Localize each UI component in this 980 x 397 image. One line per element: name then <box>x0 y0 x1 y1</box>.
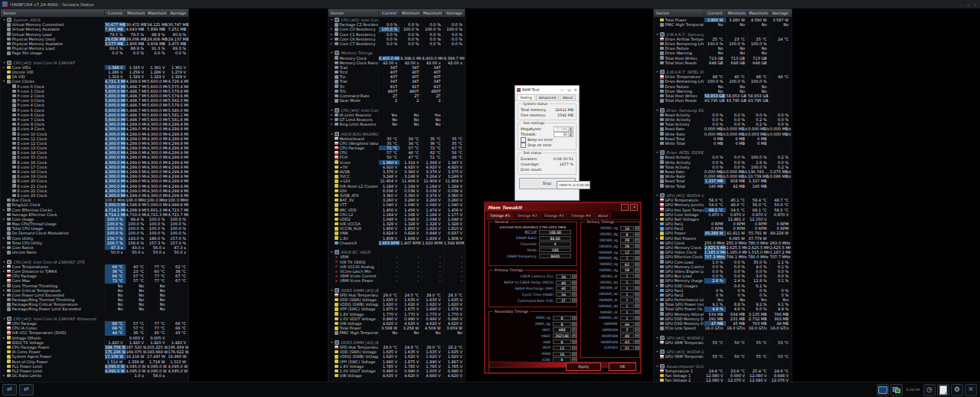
checkbox-beep-on-error[interactable]: ✓Beep on error <box>521 137 573 143</box>
close-icon[interactable]: ✕ <box>630 204 638 211</box>
timing-value[interactable]: 1 <box>620 286 634 290</box>
timing-value[interactable]: 12 <box>620 250 634 254</box>
ok-button[interactable]: OK <box>609 363 636 371</box>
dropdown-icon[interactable]: ▾ <box>635 232 639 237</box>
column-header-minimum[interactable]: Minimum <box>400 11 421 15</box>
column-header-maximum[interactable]: Maximum <box>747 11 769 15</box>
dropdown-icon[interactable]: ▾ <box>635 262 639 267</box>
remote-monitor-button[interactable] <box>877 384 889 396</box>
dropdown-icon[interactable]: ▾ <box>635 238 639 242</box>
tab-advanced[interactable]: Advanced <box>536 94 559 100</box>
column-header-sensor[interactable]: Sensor <box>328 11 378 15</box>
sensor-row[interactable]: Uncore Ratio50.0 x50.0 x50.0 x50.0 x <box>1 250 188 254</box>
dropdown-icon[interactable]: ▾ <box>635 316 639 320</box>
column-header-sensor[interactable]: Sensor <box>654 11 704 15</box>
sensor-row[interactable]: GPU VRM Temperature55 °C50 °C55 °C53 °C <box>654 340 792 345</box>
dropdown-icon[interactable]: ▾ <box>572 274 577 279</box>
close-icon[interactable]: ✕ <box>574 87 577 92</box>
dropdown-icon[interactable]: ▾ <box>635 303 639 308</box>
sensor-row[interactable]: ✕VRM Vcore Power---- <box>328 278 465 283</box>
timing-value[interactable]: 1 <box>620 297 634 302</box>
timing-value[interactable]: 262140 <box>553 333 571 338</box>
column-header-average[interactable]: Average <box>443 11 465 15</box>
timing-value[interactable]: 8 <box>553 322 571 326</box>
report-button[interactable]: + <box>937 384 949 396</box>
close-icon[interactable]: ✕ <box>974 2 977 7</box>
timing-value[interactable]: 8 <box>620 232 634 237</box>
timing-value[interactable]: 84.00 <box>539 236 571 241</box>
sensor-row[interactable]: ▸OC Ratio Limits1.0 x58.0 x <box>1 373 188 378</box>
network-share-button[interactable] <box>890 384 903 396</box>
column-header-minimum[interactable]: Minimum <box>726 11 748 15</box>
checkbox-stop-on-error[interactable]: ✓Stop on error <box>521 143 573 148</box>
memtweakit-titlebar[interactable]: Mem TweakIt – ✕ <box>485 203 640 212</box>
dropdown-icon[interactable]: ▾ <box>572 292 577 297</box>
timing-value[interactable]: 8400 <box>539 254 571 258</box>
minimize-icon[interactable]: — <box>560 87 564 92</box>
dropdown-icon[interactable]: ▾ <box>572 333 577 338</box>
timing-value[interactable]: 8 <box>553 316 571 320</box>
dropdown-icon[interactable]: ▾ <box>572 346 577 350</box>
sensor-row[interactable]: Write Total195 MB42 MB195 MB <box>654 184 792 189</box>
timing-value[interactable]: 1 <box>620 280 634 284</box>
sensor-row[interactable]: ▸Ring Limit ReasonsNoNoNo <box>328 122 465 126</box>
sensor-row[interactable]: Gear Mode222 <box>328 98 465 103</box>
dropdown-icon[interactable]: ▾ <box>635 286 639 290</box>
dropdown-icon[interactable]: ▾ <box>572 327 577 332</box>
apply-button[interactable]: Apply <box>566 363 601 371</box>
column-header-maximum[interactable]: Maximum <box>421 11 443 15</box>
dropdown-icon[interactable]: ▾ <box>635 250 639 254</box>
tab-testing[interactable]: Testing <box>517 94 535 100</box>
timing-value[interactable]: 1 <box>620 303 634 308</box>
minimize-icon[interactable]: – <box>961 2 963 7</box>
timing-value[interactable]: 40 <box>556 286 571 290</box>
timing-value[interactable]: 1 <box>620 274 634 278</box>
dropdown-icon[interactable]: ▾ <box>635 280 639 284</box>
dropdown-icon[interactable]: ▾ <box>572 340 577 344</box>
dropdown-icon[interactable]: ▾ <box>572 352 577 356</box>
column-header-sensor[interactable]: Sensor <box>1 11 104 15</box>
column-header-current[interactable]: Current <box>378 11 400 15</box>
tab-timings2[interactable]: Timings #2 <box>514 212 540 219</box>
timing-value[interactable]: 480 <box>553 327 571 332</box>
minimize-icon[interactable]: – <box>621 204 629 211</box>
tab-about[interactable]: About <box>595 212 612 219</box>
sensor-row[interactable]: Total Host Reads43,795 GB43,795 GB43,795… <box>654 98 792 103</box>
column-header-current[interactable]: Current <box>104 11 126 15</box>
dropdown-icon[interactable]: ▾ <box>635 322 639 326</box>
dropdown-icon[interactable]: ▾ <box>635 292 639 297</box>
sensor-row[interactable]: ▸Core C7 Residency0.0 %0.0 %0.0 %0.0 % <box>328 41 465 46</box>
timing-value[interactable]: 1 <box>620 316 634 320</box>
dropdown-icon[interactable]: ▾ <box>572 281 577 285</box>
timing-value[interactable]: 34 <box>556 292 571 297</box>
dropdown-icon[interactable]: ▾ <box>572 316 577 320</box>
megabytes-stepper[interactable]: 27206▲▼ <box>554 126 573 132</box>
scroll-columns-left-button[interactable]: ⇄ <box>2 384 17 395</box>
timing-value[interactable]: 4 <box>539 241 571 246</box>
timing-value[interactable]: 100.00 <box>539 230 571 235</box>
maximize-icon[interactable]: ▭ <box>567 87 571 92</box>
timing-value[interactable]: 28 <box>620 238 634 242</box>
sensor-row[interactable]: Package/Ring Power Limit ExceededNoNoNo <box>1 307 188 311</box>
sensor-row[interactable]: PCIe Link Speed16.0 GT/s16.0 GT/s16.0 GT… <box>654 326 792 330</box>
timing-value[interactable]: 44 <box>620 322 634 326</box>
sensor-row[interactable]: Total Host Reads648 GB648 GB648 GB <box>654 61 792 65</box>
timing-value[interactable]: 1 <box>620 292 634 297</box>
timing-value[interactable]: 40 <box>556 281 571 285</box>
sensor-row[interactable]: Page File Usage0.0 %0.0 %0.0 %0.0 % <box>1 51 188 55</box>
timing-value[interactable]: 16 <box>553 352 571 356</box>
dropdown-icon[interactable]: ▾ <box>635 346 639 350</box>
sensor-row[interactable]: VIN Voltage4.635 V4.620 V4.680 V4.620 V <box>328 373 465 378</box>
timing-value[interactable]: 2T <box>556 298 571 303</box>
tab-timings3[interactable]: Timings #3 <box>541 212 567 219</box>
timing-value[interactable]: 100 <box>539 248 571 252</box>
timing-value[interactable]: 34 <box>556 274 571 279</box>
tab-about[interactable]: About <box>560 94 576 100</box>
timing-value[interactable]: 28 <box>620 244 634 248</box>
sensor-row[interactable]: Chassis31,603 RPM1,407 RPM1,620 RPM1,549… <box>328 241 465 245</box>
close-sensors-button[interactable]: ✕ <box>965 384 977 396</box>
dropdown-icon[interactable]: ▾ <box>635 327 639 332</box>
column-header-current[interactable]: Current <box>704 11 726 15</box>
timing-value[interactable]: 16 <box>620 226 634 231</box>
dropdown-icon[interactable]: ▾ <box>635 310 639 314</box>
